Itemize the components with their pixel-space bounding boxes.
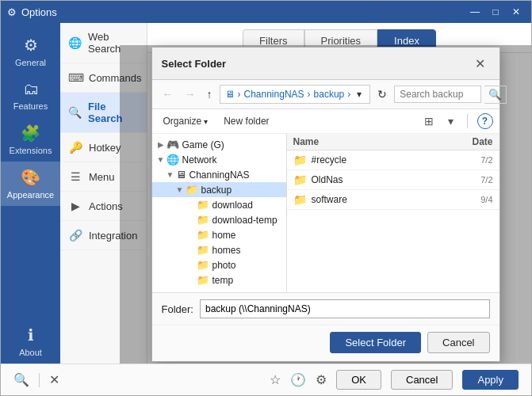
breadcrumb-dropdown[interactable]: ▾ — [354, 88, 365, 101]
tree-item-temp[interactable]: 📁 temp — [152, 272, 286, 287]
web-search-icon: 🌐 — [68, 36, 82, 49]
bottom-gear-icon[interactable]: ⚙ — [316, 372, 327, 387]
new-folder-button[interactable]: New folder — [219, 113, 274, 129]
file-name-oldnas: OldNas — [312, 174, 430, 185]
appearance-icon: 🎨 — [21, 168, 40, 187]
file-icon-recycle: 📁 — [293, 154, 307, 166]
inner-nav-label: Menu — [89, 171, 115, 183]
bottom-search-icon[interactable]: 🔍 — [13, 372, 29, 387]
bottom-close-icon[interactable]: ✕ — [49, 372, 59, 387]
about-icon: ℹ — [28, 326, 34, 345]
sidebar-item-general[interactable]: ⚙ General — [1, 29, 60, 74]
up-button[interactable]: ↑ — [203, 86, 216, 102]
dialog-title-bar: Select Folder ✕ — [152, 48, 499, 80]
col-name: Name — [293, 136, 430, 147]
dialog-buttons: Select Folder Cancel — [152, 325, 499, 361]
file-row-oldnas[interactable]: 📁 OldNas 7/2 — [287, 170, 499, 190]
tree-icon-home: 📁 — [197, 229, 209, 241]
apply-button[interactable]: Apply — [462, 370, 519, 390]
maximize-button[interactable]: □ — [487, 5, 504, 19]
tree-pane: ▶ 🎮 Game (G) ▼ 🌐 Network ▼ — [152, 134, 287, 292]
tree-item-home[interactable]: 📁 home — [152, 227, 286, 242]
tree-item-download[interactable]: 📁 download — [152, 197, 286, 212]
tree-item-channingnas[interactable]: ▼ 🖥 ChanningNAS — [152, 167, 286, 182]
tree-expand-network[interactable]: ▼ — [155, 155, 166, 164]
tree-item-homes[interactable]: 📁 homes — [152, 242, 286, 257]
bottom-cancel-button[interactable]: Cancel — [391, 370, 453, 390]
forward-button[interactable]: → — [181, 86, 200, 102]
file-date-oldnas: 7/2 — [430, 175, 493, 185]
tree-icon-network: 🌐 — [166, 154, 179, 166]
file-row-recycle[interactable]: 📁 #recycle 7/2 — [287, 150, 499, 170]
view-button[interactable]: ⊞ — [420, 113, 438, 129]
back-button[interactable]: ← — [159, 86, 178, 102]
tree-label-backup: backup — [201, 185, 232, 196]
search-input[interactable] — [394, 86, 481, 103]
tree-expand-photo — [186, 261, 197, 269]
sidebar-item-extensions[interactable]: 🧩 Extensions — [1, 117, 60, 162]
file-row-software[interactable]: 📁 software 9/4 — [287, 190, 499, 210]
close-button[interactable]: ✕ — [507, 5, 525, 19]
file-name-recycle: #recycle — [312, 154, 430, 166]
file-pane: ▶ 🎮 Game (G) ▼ 🌐 Network ▼ — [152, 134, 499, 292]
breadcrumb-nas[interactable]: ChanningNAS — [244, 89, 304, 100]
file-list-header: Name Date — [287, 134, 499, 150]
tree-label-photo: photo — [212, 260, 236, 271]
tree-icon-nas: 🖥 — [176, 169, 186, 181]
tree-item-download-temp[interactable]: 📁 download-temp — [152, 212, 286, 227]
select-folder-dialog: Select Folder ✕ ← → ↑ 🖥 › ChanningNAS › — [151, 47, 500, 362]
address-breadcrumb: 🖥 › ChanningNAS › backup › ▾ — [220, 85, 371, 104]
tree-item-backup[interactable]: ▼ 📁 backup — [152, 182, 286, 197]
tree-icon-homes: 📁 — [197, 244, 209, 256]
organize-label: Organize — [163, 116, 202, 127]
breadcrumb-backup[interactable]: backup — [314, 89, 345, 100]
folder-value-input[interactable] — [200, 299, 490, 318]
tree-icon-backup: 📁 — [186, 184, 198, 196]
tree-expand-game[interactable]: ▶ — [155, 140, 166, 149]
minimize-button[interactable]: — — [466, 5, 484, 19]
organize-chevron: ▾ — [204, 117, 208, 126]
new-folder-label: New folder — [224, 116, 269, 127]
sidebar-item-features[interactable]: 🗂 Features — [1, 74, 60, 117]
sidebar-item-appearance[interactable]: 🎨 Appearance — [1, 162, 60, 206]
cancel-folder-button[interactable]: Cancel — [427, 332, 489, 353]
tree-expand-dlt — [186, 215, 197, 224]
folder-input-row: Folder: — [152, 292, 499, 325]
file-name-software: software — [312, 194, 430, 205]
organize-button[interactable]: Organize ▾ — [159, 113, 213, 129]
bottom-clock-icon[interactable]: 🕐 — [290, 372, 306, 387]
tree-item-game[interactable]: ▶ 🎮 Game (G) — [152, 137, 286, 152]
hotkey-icon: 🔑 — [68, 141, 82, 154]
file-list-pane: Name Date 📁 #recycle 7/2 📁 OldNas — [287, 134, 499, 292]
dialog-close-button[interactable]: ✕ — [471, 54, 490, 73]
bottom-star-icon[interactable]: ☆ — [270, 372, 281, 387]
tree-item-photo[interactable]: 📁 photo — [152, 257, 286, 272]
tree-label-nas: ChanningNAS — [189, 169, 250, 181]
search-button[interactable]: 🔍 — [484, 86, 507, 104]
inner-nav-label: Hotkey — [89, 142, 121, 154]
tree-expand-backup[interactable]: ▼ — [174, 185, 186, 194]
breadcrumb-icon: 🖥 — [225, 89, 235, 100]
dialog-toolbar: Organize ▾ New folder ⊞ ▾ ? — [152, 109, 499, 134]
tree-expand-nas[interactable]: ▼ — [165, 170, 176, 179]
file-date-software: 9/4 — [430, 195, 493, 204]
dialog-title-text: Select Folder — [162, 58, 227, 70]
tree-label-game: Game (G) — [182, 139, 224, 150]
sidebar-item-about[interactable]: ℹ About — [1, 319, 60, 364]
ok-button[interactable]: OK — [336, 370, 381, 390]
help-button[interactable]: ? — [477, 113, 493, 129]
tree-icon-download: 📁 — [197, 199, 209, 211]
tree-label-temp: temp — [212, 275, 234, 286]
tree-icon-download-temp: 📁 — [197, 214, 209, 226]
title-bar: ⚙ Options — □ ✕ — [1, 1, 531, 23]
tree-item-network[interactable]: ▼ 🌐 Network — [152, 152, 286, 167]
refresh-button[interactable]: ↻ — [373, 86, 391, 102]
select-folder-button[interactable]: Select Folder — [330, 332, 421, 353]
integration-icon: 🔗 — [68, 229, 82, 242]
view-chevron[interactable]: ▾ — [444, 113, 457, 129]
sidebar-item-label: About — [19, 348, 42, 357]
tree-icon-game: 🎮 — [166, 139, 179, 150]
file-search-icon: 🔍 — [68, 106, 82, 119]
menu-icon: ☰ — [68, 170, 82, 183]
tree-label-network: Network — [182, 154, 217, 166]
